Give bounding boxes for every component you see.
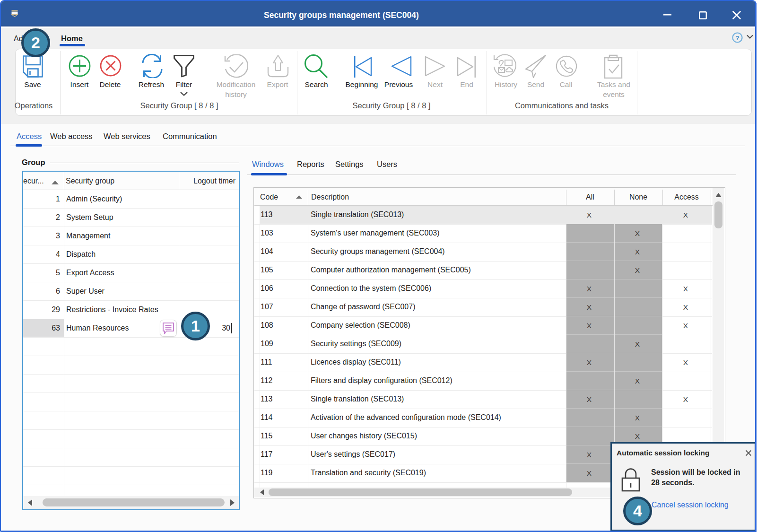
- svg-text:?: ?: [735, 35, 739, 42]
